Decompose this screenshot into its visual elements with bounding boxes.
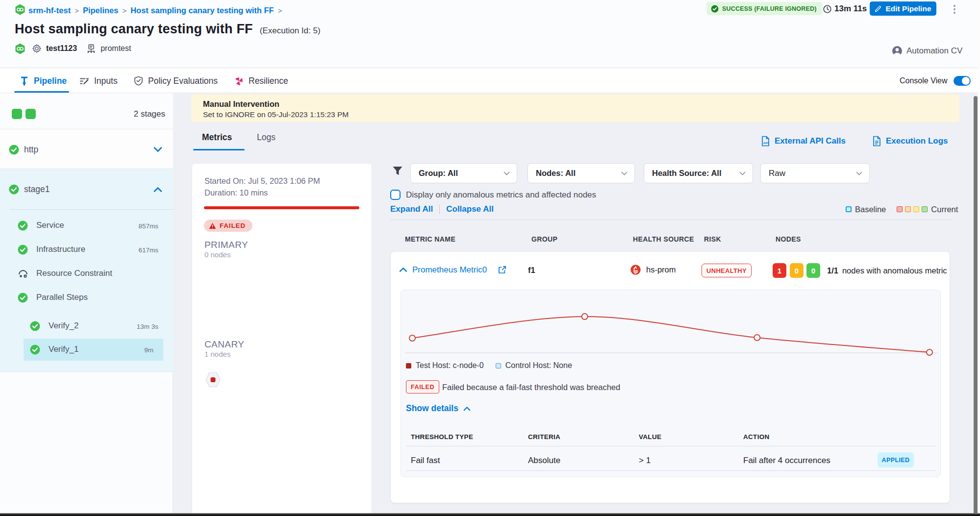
filter-funnel-icon[interactable]: [392, 166, 403, 176]
breadcrumb-pipelines[interactable]: Pipelines: [83, 6, 118, 15]
failed-pill-label: FAILED: [220, 222, 246, 229]
page-title: Host sampling canary testing with FF(Exe…: [15, 22, 321, 37]
execution-logs-link[interactable]: Execution Logs: [872, 136, 948, 147]
status-badge: SUCCESS (FAILURE IGNORED): [706, 2, 823, 15]
breadcrumb-pipeline-name[interactable]: Host sampling canary testing with FF: [130, 6, 274, 15]
banner-subtitle: Set to IGNORE on 05-Jul-2023 1:15:23 PM: [203, 110, 959, 119]
chevron-down-icon: [621, 172, 628, 175]
nodes-summary: 1/1nodes with anomalous metric: [827, 266, 947, 275]
stage-status-square: [12, 109, 22, 119]
expand-all-link[interactable]: Expand All: [390, 204, 433, 214]
metric-name-link[interactable]: Prometheus Metric0: [412, 265, 487, 275]
health-source-filter-dropdown[interactable]: Health Source: All: [644, 163, 753, 183]
tab-policy-evaluations[interactable]: Policy Evaluations: [134, 69, 218, 93]
edit-pipeline-button[interactable]: Edit Pipeline: [870, 1, 936, 16]
chevron-up-icon: [463, 406, 471, 411]
anomalous-checkbox[interactable]: [390, 190, 401, 200]
tab-inputs[interactable]: Inputs: [79, 69, 118, 93]
verification-summary-card: Started On: Jul 5, 2023 1:06 PM Duration…: [192, 164, 372, 513]
more-options-menu[interactable]: [951, 3, 958, 15]
threshold-type-value: Fail fast: [411, 456, 440, 466]
collapse-row-chevron-up-icon[interactable]: [399, 267, 407, 272]
data-mode-dropdown[interactable]: Raw: [760, 163, 870, 183]
current-yellow-swatch: [913, 206, 919, 212]
nodes-filter-dropdown[interactable]: Nodes: All: [528, 163, 635, 183]
show-details-link[interactable]: Show details: [406, 403, 471, 414]
tab-resilience[interactable]: Resilience: [234, 69, 288, 93]
console-view-toggle-row: Console View: [900, 74, 971, 88]
breadcrumb-separator: >: [71, 6, 83, 15]
risk-label: UNHEALTHY: [706, 267, 747, 274]
col-criteria: CRITERIA: [528, 433, 560, 441]
health-source-cell: hs-prom: [630, 265, 676, 275]
tab-logs[interactable]: Logs: [257, 132, 276, 143]
metric-timeseries-chart[interactable]: [401, 290, 941, 359]
step-row-infrastructure[interactable]: Infrastructure 617ms: [0, 239, 173, 261]
api-document-icon: API: [760, 136, 770, 147]
breadcrumb-separator: >: [118, 6, 130, 15]
chevron-down-icon[interactable]: [153, 147, 162, 152]
step-row-resource-constraint[interactable]: Resource Constraint: [0, 263, 173, 285]
healthy-node-count-green: 0: [806, 263, 820, 278]
success-check-icon: [18, 245, 28, 255]
external-link-icon[interactable]: [498, 266, 506, 274]
collapse-all-link[interactable]: Collapse All: [446, 204, 494, 214]
canary-nodes-count: 1 nodes: [204, 350, 230, 358]
chevron-up-icon[interactable]: [153, 187, 162, 193]
col-risk: RISK: [704, 235, 721, 243]
banner-title: Manual Intervention: [203, 99, 959, 109]
tab-label: Pipeline: [34, 76, 67, 86]
group-filter-dropdown[interactable]: Group: All: [410, 163, 517, 183]
user-avatar-icon: [892, 46, 903, 56]
service-hexagon-icon: [15, 43, 25, 54]
user-account[interactable]: Automation CV: [892, 45, 962, 56]
prometheus-icon: [630, 265, 641, 275]
divider: [406, 470, 936, 471]
resilience-icon: [234, 76, 244, 86]
chevron-down-icon: [856, 172, 862, 175]
current-green-swatch: [922, 206, 928, 212]
pipeline-execution-page: srm-hf-test > Pipelines > Host sampling …: [0, 0, 980, 516]
step-row-verify-2[interactable]: Verify_2 13m 3s: [0, 316, 173, 337]
tab-metrics[interactable]: Metrics: [202, 132, 232, 143]
svg-text:API: API: [763, 142, 768, 145]
environment-name[interactable]: promtest: [101, 44, 131, 53]
project-hexagon-icon: [15, 4, 25, 15]
breadcrumb-project[interactable]: srm-hf-test: [28, 6, 71, 15]
step-row-parallel-steps[interactable]: Parallel Steps: [0, 287, 173, 309]
status-badge-label: SUCCESS (FAILURE IGNORED): [722, 5, 817, 12]
logs-document-icon: [872, 136, 881, 147]
console-view-label: Console View: [900, 76, 948, 85]
step-duration: 617ms: [138, 246, 158, 254]
stages-count: 2 stages: [134, 109, 165, 119]
manual-intervention-banner: Manual Intervention Set to IGNORE on 05-…: [191, 94, 959, 122]
tab-label: Inputs: [94, 76, 118, 86]
canary-node-hexagon[interactable]: [205, 371, 221, 388]
anomalous-checkbox-label[interactable]: Display only anomalous metrics and affec…: [406, 190, 596, 200]
external-api-calls-link[interactable]: API External API Calls: [760, 136, 846, 147]
shield-check-icon: [134, 76, 143, 86]
summary-duration: Duration: 10 mins: [204, 188, 268, 197]
failed-status-pill: FAILED: [204, 220, 252, 232]
canary-group-label: CANARY: [204, 339, 244, 350]
clock-icon: [823, 5, 831, 13]
step-row-verify-1[interactable]: Verify_1 9m: [24, 339, 163, 361]
step-name: Resource Constraint: [36, 269, 112, 278]
metric-group-value: f1: [528, 266, 535, 275]
active-view-tab-underline: [193, 149, 245, 150]
success-check-icon: [9, 145, 19, 155]
failed-badge-label: FAILED: [411, 384, 434, 391]
divider: [10, 209, 173, 210]
console-view-toggle[interactable]: [954, 76, 971, 86]
sidebar-stage1-label[interactable]: stage1: [24, 184, 50, 195]
stage-http-label: http: [24, 145, 38, 155]
dropdown-value: Raw: [769, 169, 785, 178]
applied-badge-label: APPLIED: [882, 457, 910, 464]
step-row-service[interactable]: Service 857ms: [0, 215, 173, 237]
col-value: VALUE: [639, 433, 661, 441]
tab-pipeline[interactable]: Pipeline: [20, 69, 67, 93]
service-name[interactable]: test1123: [46, 44, 77, 53]
vertical-scrollbar[interactable]: [974, 96, 978, 516]
health-source-name: hs-prom: [646, 265, 676, 274]
anomalous-filter-row: Display only anomalous metrics and affec…: [390, 190, 596, 200]
